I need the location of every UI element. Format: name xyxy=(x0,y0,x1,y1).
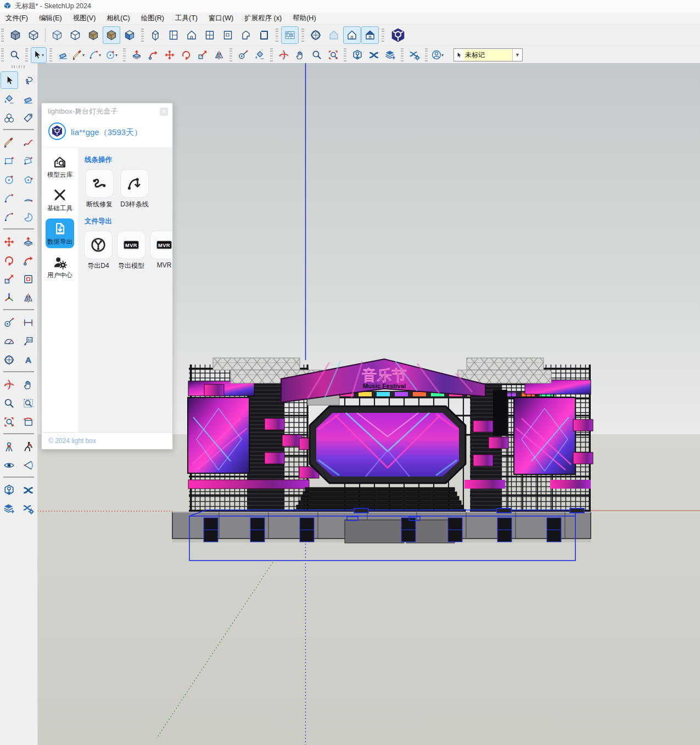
lb-tape-measure-tool[interactable] xyxy=(1,313,18,331)
lb-tag-tool[interactable] xyxy=(20,109,37,126)
menu-file[interactable]: 文件(F) xyxy=(0,13,33,24)
component-wall-outline-icon[interactable] xyxy=(255,26,273,44)
lb-circle-tool[interactable] xyxy=(1,171,18,188)
tag-value[interactable]: 未标记 xyxy=(463,49,512,61)
style-monochrome-icon[interactable] xyxy=(121,26,138,44)
toolbar-grip[interactable] xyxy=(141,29,144,42)
lb-orbit-tool[interactable] xyxy=(1,376,18,393)
materials-brick-icon[interactable] xyxy=(281,26,299,44)
tb-move-tool[interactable] xyxy=(161,47,177,63)
tb-account-button[interactable]: ▾ xyxy=(430,47,446,63)
style-hidden-line-icon[interactable] xyxy=(66,26,84,44)
tb-select-tool-dropdown[interactable]: ▾ xyxy=(42,53,46,58)
tb-pushpull-tool[interactable] xyxy=(128,47,144,63)
stage-base-platform[interactable] xyxy=(172,512,591,543)
tb-zoom-tool[interactable] xyxy=(309,47,324,63)
lb-plugin-cloud-tool[interactable] xyxy=(1,481,18,498)
lb-arc-tool[interactable] xyxy=(1,189,18,207)
lb-paint-bucket-tool[interactable] xyxy=(1,90,18,108)
tool-export-d4[interactable]: 导出D4 xyxy=(85,231,112,271)
lb-move-tool[interactable] xyxy=(1,233,18,250)
lb-section-view-tool[interactable] xyxy=(20,456,37,474)
stage-center-led-screen[interactable] xyxy=(310,406,466,483)
tb-pan-tool[interactable] xyxy=(292,47,308,63)
lb-pan-tool[interactable] xyxy=(20,376,37,393)
tb-account-button-dropdown[interactable]: ▾ xyxy=(441,53,446,58)
tb-paint-bucket-tool[interactable] xyxy=(251,47,267,63)
lb-position-camera-tool[interactable] xyxy=(1,438,18,455)
chevron-down-icon[interactable]: ▼ xyxy=(512,49,522,61)
component-window-box-icon[interactable] xyxy=(219,26,237,44)
menu-edit[interactable]: 编辑(E) xyxy=(33,13,68,24)
lb-line-tool[interactable] xyxy=(1,133,18,151)
toolbar-grip[interactable] xyxy=(1,29,4,42)
menu-extensions[interactable]: 扩展程序 (x) xyxy=(239,13,287,24)
toolbar-grip[interactable] xyxy=(229,48,232,61)
tb-line-tool[interactable]: ▾ xyxy=(71,47,87,63)
lightbox-plugin-logo-icon[interactable] xyxy=(387,25,409,45)
lb-two-point-arc-tool[interactable] xyxy=(20,189,37,207)
tb-tape-measure-tool[interactable] xyxy=(235,47,251,63)
face-style-xray-house-icon[interactable] xyxy=(325,26,343,44)
lb-scale-tool[interactable] xyxy=(1,270,18,288)
viewport-3d[interactable]: 音乐节 Music Festival xyxy=(37,63,700,745)
panel-header[interactable]: lightbox-舞台灯光盒子 ✕ xyxy=(42,103,172,120)
component-door-panel-icon[interactable] xyxy=(165,26,182,44)
toolbar-grip[interactable] xyxy=(12,65,26,68)
lb-flip-tool[interactable] xyxy=(20,289,37,306)
toolbar-grip[interactable] xyxy=(1,48,4,61)
tool-export-mvr[interactable]: MVRMVR xyxy=(150,231,172,271)
style-xray-icon[interactable] xyxy=(48,26,66,44)
lb-zoom-tool[interactable] xyxy=(1,394,18,412)
lb-axes-tool[interactable] xyxy=(1,289,18,306)
toolbar-grip[interactable] xyxy=(344,48,346,61)
axes-compass-icon[interactable] xyxy=(307,26,324,44)
tb-followme-tool[interactable] xyxy=(145,47,161,63)
lb-previous-view-tool[interactable] xyxy=(20,413,37,430)
tb-circle-tool[interactable]: ▾ xyxy=(104,47,120,63)
style-shaded-textures-icon[interactable] xyxy=(103,26,120,44)
lb-three-point-arc-tool[interactable] xyxy=(1,208,18,226)
menu-draw[interactable]: 绘图(R) xyxy=(136,13,170,24)
tag-combobox[interactable]: 未标记 ▼ xyxy=(453,48,523,61)
tb-preview-zoom-icon[interactable] xyxy=(7,47,23,63)
menu-tools[interactable]: 工具(T) xyxy=(170,13,203,24)
toolbar-grip[interactable] xyxy=(301,29,304,42)
lb-pie-tool[interactable] xyxy=(20,208,37,226)
stage-stairs[interactable] xyxy=(294,488,466,513)
lb-pushpull-tool[interactable] xyxy=(20,233,37,250)
style-shaded-icon[interactable] xyxy=(7,26,24,44)
component-window-split-icon[interactable] xyxy=(201,26,219,44)
tb-plugin-settings-tool[interactable] xyxy=(406,47,422,63)
lb-text-tool[interactable]: A1 xyxy=(20,332,37,350)
toolbar-grip[interactable] xyxy=(382,29,384,42)
lb-polygon-tool[interactable] xyxy=(20,171,37,188)
tool-export-model[interactable]: MVR导出模型 xyxy=(117,231,145,271)
lb-plugin-layers-tool[interactable] xyxy=(1,500,18,517)
lb-3d-text-tool[interactable]: A xyxy=(20,351,37,368)
lb-compass-tool[interactable] xyxy=(1,351,18,368)
tb-line-tool-dropdown[interactable]: ▾ xyxy=(82,53,87,58)
tb-model-cloud-tool[interactable] xyxy=(349,47,365,63)
lb-select-tool[interactable] xyxy=(1,71,18,89)
tool-break-line-repair[interactable]: 断线修复 xyxy=(85,170,114,209)
toolbar-grip[interactable] xyxy=(270,48,273,61)
toolbar-grip[interactable] xyxy=(123,48,126,61)
component-door-open-icon[interactable] xyxy=(147,26,164,44)
toolbar-grip[interactable] xyxy=(425,48,428,61)
tb-circle-tool-dropdown[interactable]: ▾ xyxy=(115,53,120,58)
lb-rotated-rectangle-tool[interactable] xyxy=(20,152,37,170)
tb-arc-tool[interactable]: ▾ xyxy=(88,47,104,63)
lb-dimension-tool[interactable] xyxy=(20,313,37,331)
tb-mirror-tool[interactable] xyxy=(211,47,227,63)
lb-walk-tool[interactable] xyxy=(20,438,37,455)
nav-data-export[interactable]: 数据导出 xyxy=(46,219,74,248)
lb-zoom-extents-tool[interactable] xyxy=(1,413,18,430)
tb-rotate-tool[interactable] xyxy=(178,47,194,63)
tool-d3-spline[interactable]: D3样条线 xyxy=(120,170,149,209)
tb-zoom-extents-tool[interactable] xyxy=(325,47,341,63)
menu-camera[interactable]: 相机(C) xyxy=(101,13,135,24)
face-style-shaded-house-icon[interactable] xyxy=(361,26,379,44)
toolbar-grip[interactable] xyxy=(49,48,52,61)
nav-basic-tools[interactable]: 基础工具 xyxy=(46,185,74,215)
